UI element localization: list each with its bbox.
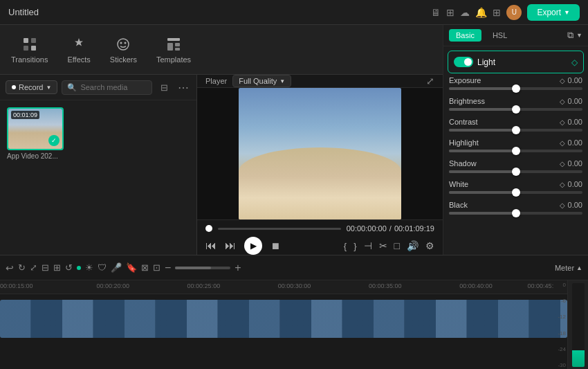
contrast-value: 0.00 — [568, 118, 582, 126]
split-timeline-button[interactable]: ⊟ — [42, 262, 49, 273]
compare-button[interactable]: ⧉ ▼ — [567, 30, 582, 41]
brightness-thumb[interactable] — [512, 105, 520, 114]
exposure-label: Exposure — [449, 76, 481, 84]
shadow-diamond-icon[interactable]: ◇ — [560, 160, 565, 168]
plus-icon[interactable]: + — [235, 262, 241, 274]
white-value: 0.00 — [568, 180, 582, 188]
slider-row-exposure: Exposure ◇ 0.00 — [449, 76, 582, 90]
prev-button[interactable]: ⏮ — [205, 240, 217, 252]
stop-button[interactable]: ⏹ — [270, 240, 280, 251]
scrubber-track[interactable] — [218, 228, 341, 230]
screen-icon[interactable]: □ — [394, 240, 400, 251]
crop-icon[interactable]: ✂ — [379, 240, 387, 251]
player-label: Player — [205, 77, 227, 85]
brightness-diamond-icon[interactable]: ◇ — [560, 98, 565, 105]
meter-button[interactable]: Meter ▲ — [555, 264, 582, 272]
shadow-label: Shadow — [449, 159, 477, 168]
sun-icon[interactable]: ☀ — [85, 262, 93, 273]
exposure-thumb[interactable] — [512, 84, 520, 93]
mic-icon[interactable]: 🎤 — [111, 262, 122, 273]
exposure-track[interactable] — [449, 87, 582, 90]
minus-icon[interactable]: − — [165, 262, 171, 274]
nav-item-transitions[interactable]: Transitions — [11, 36, 48, 64]
volume-icon[interactable]: 🔊 — [407, 240, 419, 251]
chevron-down-icon: ▼ — [279, 78, 285, 84]
playhead-indicator[interactable] — [205, 225, 212, 232]
white-diamond-icon[interactable]: ◇ — [560, 181, 565, 188]
brightness-track[interactable] — [449, 108, 582, 111]
subtab-basic[interactable]: Basic — [449, 29, 481, 42]
split-icon[interactable]: ⊣ — [364, 240, 372, 251]
player-controls: 00:00:00:00 / 00:01:09:19 ⏮ ⏭ ▶ ⏹ { } ⊣ … — [197, 219, 443, 259]
media-duration: 00:01:09 — [11, 111, 39, 119]
svg-rect-3 — [31, 46, 36, 51]
more-button[interactable]: ⋯ — [176, 80, 191, 95]
filter-button[interactable]: ⊟ — [156, 80, 172, 95]
search-box: 🔍 — [62, 80, 152, 95]
zoom-slider[interactable] — [175, 267, 230, 269]
svg-rect-1 — [31, 38, 36, 43]
cloud-icon: ☁ — [460, 7, 470, 18]
contrast-track[interactable] — [449, 129, 582, 132]
black-thumb[interactable] — [512, 209, 520, 217]
rotate-button[interactable]: ↺ — [65, 262, 73, 273]
crop-timeline-button[interactable]: ⊞ — [53, 262, 61, 273]
exposure-diamond-icon[interactable]: ◇ — [560, 77, 565, 84]
nav-item-templates[interactable]: Templates — [156, 36, 191, 64]
meter-label-0: 0 — [546, 282, 566, 288]
loop-button[interactable]: ↻ — [18, 262, 26, 273]
black-diamond-icon[interactable]: ◇ — [560, 201, 565, 209]
subtab-hsl[interactable]: HSL — [486, 29, 514, 42]
mark-out-icon[interactable]: } — [353, 241, 356, 251]
shadow-track[interactable] — [449, 170, 582, 173]
highlight-thumb[interactable] — [512, 147, 520, 155]
bookmark-icon[interactable]: 🔖 — [126, 262, 137, 273]
light-toggle[interactable] — [454, 57, 473, 67]
shield-icon[interactable]: 🛡 — [98, 262, 107, 273]
time-mark-3: 00:00:30:00 — [278, 282, 311, 289]
flip-button[interactable]: ⤢ — [30, 262, 37, 273]
white-label: White — [449, 180, 468, 188]
meter-label-1: -6 — [546, 298, 566, 304]
record-button[interactable]: Record ▼ — [6, 80, 57, 94]
shadow-thumb[interactable] — [512, 168, 520, 176]
mark-in-icon[interactable]: { — [344, 241, 347, 251]
undo-button[interactable]: ↩ — [6, 262, 14, 273]
black-fill — [449, 212, 516, 215]
highlight-track[interactable] — [449, 150, 582, 152]
highlight-diamond-icon[interactable]: ◇ — [560, 139, 565, 147]
highlight-label: Highlight — [449, 138, 479, 147]
frame-back-button[interactable]: ⏭ — [225, 240, 236, 252]
play-button[interactable]: ▶ — [244, 237, 262, 255]
video-track-overlay — [0, 300, 567, 338]
player-label-group: Player Full Quality ▼ — [205, 75, 291, 87]
white-thumb[interactable] — [512, 188, 520, 197]
light-toggle-group: Light — [454, 57, 495, 67]
exposure-value: 0.00 — [568, 76, 582, 84]
contrast-thumb[interactable] — [512, 126, 520, 134]
svg-rect-10 — [175, 48, 180, 51]
shadow-value: 0.00 — [568, 159, 582, 168]
fullscreen-icon[interactable]: ⤢ — [426, 75, 434, 87]
black-track[interactable] — [449, 212, 582, 215]
media-thumbnail[interactable]: 00:01:09 ✓ — [7, 107, 64, 150]
record-indicator[interactable] — [77, 266, 81, 270]
timeline-toolbar: ↩ ↻ ⤢ ⊟ ⊞ ↺ ☀ 🛡 🎤 🔖 ⊠ ⊡ − + Meter ▲ — [0, 255, 588, 280]
filter-timeline-icon[interactable]: ⊠ — [141, 262, 149, 273]
export-button[interactable]: Export ▼ — [527, 4, 580, 21]
time-ruler: 00:00:15:00 00:00:20:00 00:00:25:00 00:0… — [0, 280, 567, 294]
white-track[interactable] — [449, 191, 582, 194]
player-video-container — [197, 88, 443, 219]
contrast-diamond-icon[interactable]: ◇ — [560, 118, 565, 126]
scrubber-row: 00:00:00:00 / 00:01:09:19 — [205, 224, 434, 233]
nav-item-stickers[interactable]: Stickers — [110, 36, 137, 64]
light-diamond-icon[interactable]: ◇ — [571, 57, 578, 67]
nav-item-effects[interactable]: Effects — [67, 36, 90, 64]
settings-icon[interactable]: ⚙ — [425, 240, 434, 251]
svg-rect-0 — [24, 38, 28, 43]
quality-selector[interactable]: Full Quality ▼ — [232, 75, 291, 87]
time-mark-5: 00:00:40:00 — [459, 282, 493, 289]
search-input[interactable] — [80, 83, 147, 91]
frame-icon[interactable]: ⊡ — [153, 262, 160, 273]
slider-row-highlight: Highlight ◇ 0.00 — [449, 138, 582, 152]
